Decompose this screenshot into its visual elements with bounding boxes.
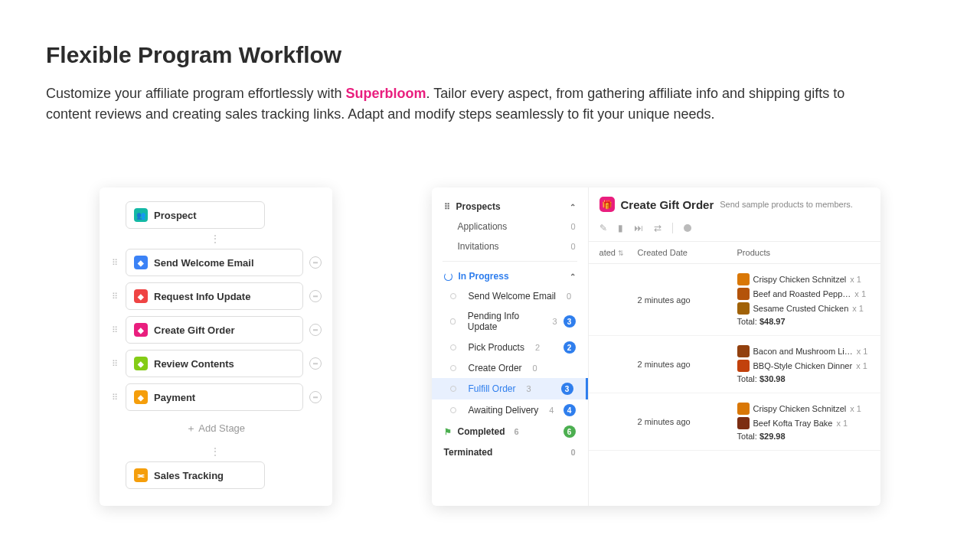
row-total: Total: $48.97 bbox=[737, 317, 870, 326]
table-row[interactable]: 2 minutes ago Crispy Chicken Schnitzel x… bbox=[589, 393, 880, 451]
product-item: Beef and Roasted Pepp… x 1 bbox=[737, 288, 870, 300]
nav-completed[interactable]: ⚑Completed66 bbox=[432, 421, 588, 442]
drag-handle-icon[interactable]: ⠿ bbox=[110, 325, 119, 335]
product-thumb bbox=[737, 273, 750, 285]
panel-title: Create Gift Order bbox=[621, 198, 714, 211]
record-icon[interactable] bbox=[684, 224, 691, 232]
stage-icon: ◆ bbox=[134, 256, 148, 269]
product-thumb bbox=[737, 288, 750, 300]
edit-icon[interactable]: ✎ bbox=[599, 223, 607, 233]
product-item: Crispy Chicken Schnitzel x 1 bbox=[737, 403, 870, 415]
product-item: BBQ-Style Chicken Dinner x 1 bbox=[737, 360, 870, 372]
stage-item[interactable]: ◆ Review Contents bbox=[126, 350, 303, 377]
count-badge: 2 bbox=[564, 341, 576, 354]
nav-sidebar: ⠿Prospects⌃ Applications0 Invitations0 I… bbox=[432, 187, 589, 506]
connector-dots-icon: ⋮ bbox=[110, 446, 322, 457]
drag-handle-icon[interactable]: ⠿ bbox=[110, 292, 119, 302]
drag-handle-icon[interactable]: ⠿ bbox=[110, 258, 119, 268]
created-date: 2 minutes ago bbox=[638, 345, 737, 383]
product-thumb bbox=[737, 345, 750, 357]
count-badge: 4 bbox=[564, 404, 576, 416]
spinner-icon bbox=[444, 272, 452, 281]
stage-item[interactable]: ◆ Send Welcome Email bbox=[126, 249, 303, 276]
stage-settings-icon[interactable] bbox=[309, 290, 322, 302]
table-row[interactable]: 2 minutes ago Crispy Chicken Schnitzel x… bbox=[589, 264, 880, 336]
stage-settings-icon[interactable] bbox=[309, 391, 322, 403]
chevron-up-icon: ⌃ bbox=[570, 203, 576, 211]
nav-step[interactable]: Fulfill Order 3 3 bbox=[432, 378, 588, 399]
brand-name: Superbloom bbox=[346, 86, 426, 101]
count-badge: 3 bbox=[564, 315, 576, 328]
table-header: ated⇅ Created Date Products bbox=[589, 241, 880, 264]
product-thumb bbox=[737, 417, 750, 429]
gift-icon: 🎁 bbox=[599, 197, 615, 212]
page-title: Flexible Program Workflow bbox=[46, 42, 934, 68]
nav-step[interactable]: Pick Products 2 2 bbox=[432, 337, 588, 358]
order-panel: ⠿Prospects⌃ Applications0 Invitations0 I… bbox=[432, 187, 880, 506]
workflow-builder: 👥 Prospect ⋮ ⠿ ◆ Send Welcome Email ⠿ ◆ … bbox=[100, 187, 332, 506]
created-date: 2 minutes ago bbox=[638, 273, 737, 326]
created-date: 2 minutes ago bbox=[638, 403, 737, 441]
product-item: Crispy Chicken Schnitzel x 1 bbox=[737, 273, 870, 285]
drag-handle-icon[interactable]: ⠿ bbox=[110, 359, 119, 369]
prospect-icon: 👥 bbox=[134, 208, 148, 222]
stage-settings-icon[interactable] bbox=[309, 324, 322, 336]
nav-terminated[interactable]: Terminated0 bbox=[432, 442, 588, 462]
stage-icon: ◆ bbox=[134, 390, 148, 404]
tracking-stage[interactable]: ⫘ Sales Tracking bbox=[126, 461, 265, 489]
product-item: Sesame Crusted Chicken x 1 bbox=[737, 302, 870, 315]
row-total: Total: $30.98 bbox=[737, 374, 870, 383]
chevron-up-icon: ⌃ bbox=[570, 272, 576, 281]
folder-icon[interactable]: ▮ bbox=[618, 223, 623, 233]
skip-icon[interactable]: ⏭ bbox=[634, 223, 643, 233]
product-item: Bacon and Mushroom Li… x 1 bbox=[737, 345, 870, 357]
prospect-stage[interactable]: 👥 Prospect bbox=[126, 201, 265, 229]
nav-step[interactable]: Create Order 0 bbox=[432, 358, 588, 378]
product-thumb bbox=[737, 302, 750, 315]
nav-applications[interactable]: Applications0 bbox=[432, 217, 588, 236]
nav-invitations[interactable]: Invitations0 bbox=[432, 236, 588, 256]
nav-step[interactable]: Awaiting Delivery 4 4 bbox=[432, 399, 588, 421]
stage-item[interactable]: ◆ Payment bbox=[126, 383, 303, 411]
page-description: Customize your affiliate program effortl… bbox=[46, 83, 888, 125]
share-icon: ⫘ bbox=[134, 468, 148, 482]
panel-subtitle: Send sample products to members. bbox=[720, 200, 853, 209]
nav-prospects[interactable]: ⠿Prospects⌃ bbox=[432, 197, 588, 217]
stage-settings-icon[interactable] bbox=[309, 357, 322, 370]
stage-settings-icon[interactable] bbox=[309, 256, 322, 269]
nav-in-progress[interactable]: In Progress⌃ bbox=[432, 266, 588, 286]
row-total: Total: $29.98 bbox=[737, 432, 870, 441]
count-badge: 3 bbox=[561, 383, 573, 395]
people-icon: ⠿ bbox=[444, 202, 450, 212]
connector-dots-icon: ⋮ bbox=[110, 233, 322, 244]
sort-icon[interactable]: ⇅ bbox=[618, 249, 624, 257]
nav-step[interactable]: Pending Info Update 3 3 bbox=[432, 306, 588, 337]
flag-icon: ⚑ bbox=[444, 427, 452, 437]
add-stage-button[interactable]: ＋ Add Stage bbox=[110, 422, 322, 435]
stage-item[interactable]: ◆ Create Gift Order bbox=[126, 316, 303, 344]
stage-icon: ◆ bbox=[134, 357, 148, 370]
table-row[interactable]: 2 minutes ago Bacon and Mushroom Li… x 1… bbox=[589, 336, 880, 393]
stage-icon: ◆ bbox=[134, 289, 148, 303]
toolbar: ✎ ▮ ⏭ ⇄ bbox=[589, 218, 880, 241]
shuffle-icon[interactable]: ⇄ bbox=[654, 223, 662, 233]
product-thumb bbox=[737, 360, 750, 372]
stage-item[interactable]: ◆ Request Info Update bbox=[126, 282, 303, 310]
drag-handle-icon[interactable]: ⠿ bbox=[110, 393, 119, 403]
product-thumb bbox=[737, 403, 750, 415]
nav-step[interactable]: Send Welcome Email 0 bbox=[432, 286, 588, 306]
stage-icon: ◆ bbox=[134, 323, 148, 337]
product-item: Beef Kofta Tray Bake x 1 bbox=[737, 417, 870, 429]
